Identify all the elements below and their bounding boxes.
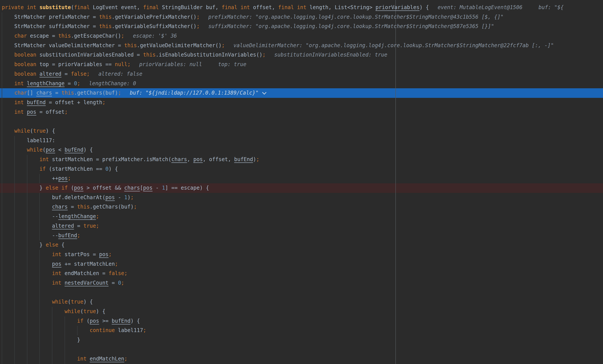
code-token: < (55, 147, 65, 153)
code-line-26[interactable]: } else { (0, 240, 603, 250)
code-token: this (124, 42, 137, 48)
code-line-32[interactable]: while(true) { (0, 297, 603, 307)
code-line-4[interactable]: char escape = this.getEscapeChar();escap… (0, 31, 603, 41)
code-token: - (115, 194, 124, 200)
code-token: else (46, 185, 58, 191)
code-line-9[interactable]: int lengthChange = 0;lengthChange: 0 (0, 79, 603, 89)
code-token: ; (65, 109, 68, 115)
code-token: boolean (14, 61, 36, 67)
code-line-14[interactable]: while(true) { (0, 126, 603, 136)
code-token: true (83, 308, 96, 314)
code-line-36[interactable]: } (0, 335, 603, 345)
code-line-2[interactable]: StrMatcher prefixMatcher = this.getVaria… (0, 12, 603, 22)
code-line-3[interactable]: StrMatcher suffixMatcher = this.getVaria… (0, 22, 603, 31)
code-token: ; (197, 14, 199, 20)
code-token: } (2, 185, 46, 191)
code-token: startPos = (61, 251, 99, 258)
code-token: ) { (419, 4, 429, 11)
code-token: ; (108, 251, 112, 258)
code-token: final (222, 4, 237, 11)
code-line-16[interactable]: while(pos < bufEnd) { (0, 145, 603, 155)
code-token (2, 299, 52, 305)
code-line-31[interactable] (0, 288, 603, 297)
code-line-37[interactable] (0, 345, 603, 354)
debugger-inline-value-hint: escape: '$' 36 (133, 33, 177, 39)
code-token: substitutionInVariablesEnabled = (36, 52, 143, 58)
debugger-inline-value-hint: lengthChange: 0 (89, 81, 136, 87)
code-token: ) (253, 156, 256, 163)
code-token: -- (2, 233, 58, 238)
code-token: bufEnd (234, 156, 253, 163)
code-line-29[interactable]: int endMatchLen = false; (0, 269, 603, 278)
code-token: ; (130, 194, 133, 200)
code-token: final (74, 4, 90, 11)
code-line-27[interactable]: int startPos = pos; (0, 250, 603, 259)
code-token: ) { (83, 147, 93, 153)
code-token: false (71, 71, 87, 77)
code-line-19[interactable]: ++pos; (0, 174, 603, 183)
code-line-38[interactable]: int endMatchLen; (0, 354, 603, 364)
code-line-13[interactable] (0, 117, 603, 126)
code-token: buf.deleteCharAt( (2, 194, 105, 200)
code-line-20[interactable]: } else if (pos > offset && chars[pos - 1… (0, 183, 603, 193)
code-line-8[interactable]: boolean altered = false;altered: false (0, 69, 603, 79)
code-line-12[interactable]: int pos = offset; (0, 107, 603, 117)
code-token (2, 308, 65, 314)
code-token: this (77, 204, 90, 210)
code-token: int (14, 99, 24, 106)
code-token: ) { (130, 318, 140, 324)
code-token: length, List<String> (306, 4, 376, 11)
code-token: int (39, 156, 49, 163)
code-token (24, 81, 27, 87)
code-token: .isEnableSubstitutionInVariables() (156, 52, 262, 58)
code-line-35[interactable]: continue label117; (0, 326, 603, 335)
code-token: pos (99, 251, 108, 258)
debugger-inline-value-hint: altered: false (98, 71, 142, 77)
code-token: int (52, 270, 61, 276)
code-token (61, 280, 65, 286)
code-token: ; (121, 280, 124, 286)
code-token: ( (80, 308, 83, 314)
code-line-17[interactable]: int startMatchLen = prefixMatcher.isMatc… (0, 155, 603, 164)
code-line-34[interactable]: if (pos >= bufEnd) { (0, 316, 603, 326)
code-token (2, 166, 39, 172)
code-token: ( (68, 299, 71, 305)
code-line-18[interactable]: if (startMatchLen == 0) { (0, 164, 603, 174)
code-line-10[interactable]: char[] chars = this.getChars(buf);buf: "… (0, 88, 603, 98)
code-token: ; (118, 90, 121, 96)
code-token: ) { (46, 128, 55, 134)
code-token: chars (124, 185, 140, 191)
code-line-11[interactable]: int bufEnd = offset + length; (0, 98, 603, 107)
code-token: StringBuilder buf, (159, 4, 222, 11)
code-token: } (2, 337, 80, 343)
code-token: >= (99, 318, 112, 324)
code-token: while (14, 128, 30, 134)
code-line-15[interactable]: label117: (0, 136, 603, 145)
code-token: } (2, 242, 46, 248)
code-line-24[interactable]: altered = true; (0, 221, 603, 231)
chevron-down-icon[interactable] (262, 90, 266, 94)
code-line-5[interactable]: StrMatcher valueDelimiterMatcher = this.… (0, 41, 603, 50)
code-token: this (61, 90, 74, 96)
code-token (2, 318, 77, 324)
code-line-23[interactable]: --lengthChange; (0, 212, 603, 221)
code-line-30[interactable]: int nestedVarCount = 0; (0, 278, 603, 288)
code-token: ) { (96, 308, 105, 314)
code-line-6[interactable]: boolean substitutionInVariablesEnabled =… (0, 50, 603, 60)
code-token (2, 280, 52, 286)
code-token: bufEnd (27, 99, 46, 106)
code-line-25[interactable]: --bufEnd; (0, 231, 603, 240)
code-token: ( (30, 128, 33, 134)
code-token (87, 356, 90, 362)
code-line-22[interactable]: chars = this.getChars(buf); (0, 202, 603, 212)
debugger-inline-value-hint: buf: "${ (538, 4, 564, 11)
code-token: ++ (2, 175, 58, 181)
code-token (2, 204, 52, 210)
code-line-28[interactable]: pos += startMatchLen; (0, 259, 603, 269)
code-token: = (74, 223, 83, 229)
code-line-33[interactable]: while(true) { (0, 307, 603, 316)
code-editor[interactable]: private int substitute(final LogEvent ev… (0, 0, 603, 364)
code-line-21[interactable]: buf.deleteCharAt(pos - 1); (0, 193, 603, 202)
code-line-7[interactable]: boolean top = priorVariables == null;pri… (0, 60, 603, 69)
code-line-1[interactable]: private int substitute(final LogEvent ev… (0, 3, 603, 12)
